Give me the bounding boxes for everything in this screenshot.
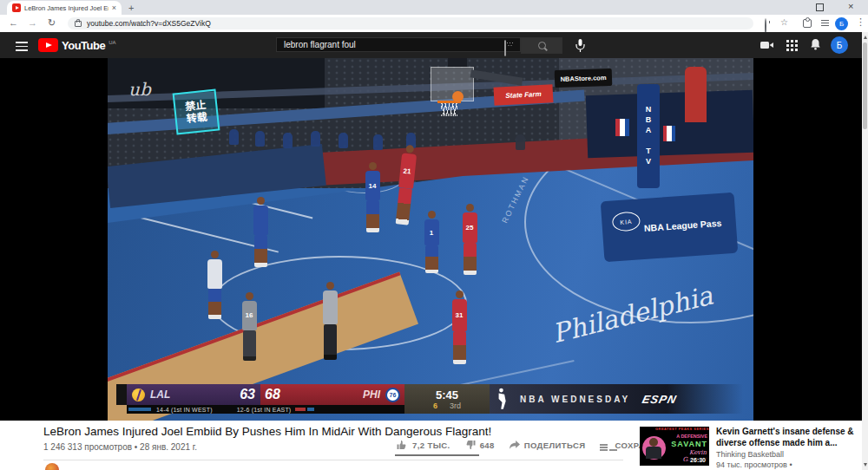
extensions-icon[interactable] xyxy=(803,19,812,28)
score-bug: LAL 63 68 PHI 76 5:45 6 3rd xyxy=(116,384,743,414)
reload-icon[interactable]: ↻ xyxy=(48,17,56,29)
share-arrow-icon xyxy=(509,441,520,450)
spectator xyxy=(516,134,525,150)
bug-network-section: NBA WEDNESDAY ESPN xyxy=(490,384,743,414)
video-meta: 1 246 313 просмотров • 28 янв. 2021 г. xyxy=(43,442,197,452)
youtube-logo-icon xyxy=(38,38,58,52)
state-farm-banner: State Farm xyxy=(493,84,553,106)
browser-tab-strip: LeBron James Injured Joel Embii × + × xyxy=(0,0,868,15)
new-tab-button[interactable]: + xyxy=(128,3,134,13)
recommendation-thumbnail[interactable]: GREATEST PEAKS SERIES A DEFENSIVE SAVANT… xyxy=(640,427,709,466)
hamburger-menu-icon[interactable] xyxy=(16,42,28,51)
youtube-logo[interactable]: YouTube UA xyxy=(38,38,116,52)
bug-home-section: 68 PHI 76 xyxy=(260,384,404,405)
bug-away-section: LAL 63 xyxy=(127,384,260,405)
tab-close-icon[interactable]: × xyxy=(112,4,116,12)
tab-title: LeBron James Injured Joel Embii xyxy=(24,4,108,12)
browser-toolbar: ← → ↻ youtube.com/watch?v=dXS5GeZVikQ ☆ … xyxy=(0,15,868,33)
sentiment-bar xyxy=(395,454,479,456)
url-text: youtube.com/watch?v=dXS5GeZVikQ xyxy=(87,19,211,28)
league-pass-text: NBA League Pass xyxy=(644,218,722,233)
save-playlist-icon xyxy=(600,444,608,446)
recommendation-channel[interactable]: Thinking Basketball xyxy=(716,450,862,460)
espn-logo: ESPN xyxy=(641,393,678,406)
player-white xyxy=(203,251,226,323)
notifications-bell-icon[interactable] xyxy=(810,39,821,50)
create-video-icon[interactable] xyxy=(760,41,773,49)
spectator xyxy=(255,131,265,147)
home-record-bar xyxy=(295,408,306,411)
thumbs-down-icon xyxy=(464,440,476,450)
net xyxy=(441,103,457,116)
screen: LeBron James Injured Joel Embii × + × ← … xyxy=(0,0,868,470)
spectator xyxy=(311,131,320,147)
nba-tv-text: NBA TV xyxy=(644,105,653,167)
staff-16: 16 xyxy=(238,292,260,365)
reading-list-icon[interactable] xyxy=(821,20,829,21)
mic-icon[interactable] xyxy=(575,39,586,52)
spectator xyxy=(373,134,383,150)
chinese-watermark: 禁止 转载 xyxy=(173,89,220,135)
channel-avatar[interactable] xyxy=(45,463,59,470)
nba-logo-panel xyxy=(663,126,675,141)
player-sixers-25: 25 xyxy=(458,204,481,280)
player-lakers-14: 14 xyxy=(361,162,384,237)
scrollbar-up-icon[interactable] xyxy=(864,36,867,39)
spectator xyxy=(283,133,293,148)
league-pass-pad: KIA NBA League Pass xyxy=(601,193,739,263)
address-bar[interactable]: youtube.com/watch?v=dXS5GeZVikQ xyxy=(68,17,753,29)
away-record: 14-4 (1st IN WEST) xyxy=(156,407,213,413)
browser-profile-avatar[interactable]: Б xyxy=(835,17,848,30)
period: 3rd xyxy=(450,401,461,410)
window-maximize-button[interactable] xyxy=(816,3,824,11)
nba-tv-sign: NBA TV xyxy=(637,84,660,188)
forward-icon[interactable]: → xyxy=(28,17,37,28)
bookmark-star-icon[interactable]: ☆ xyxy=(780,17,788,27)
spectator xyxy=(229,129,239,145)
bug-edge xyxy=(116,384,127,405)
back-icon[interactable]: ← xyxy=(9,17,18,28)
player-lakers-1: 1 xyxy=(420,211,443,277)
search-input[interactable] xyxy=(276,37,521,52)
page-scrollbar[interactable] xyxy=(862,32,868,470)
recommended-video[interactable]: GREATEST PEAKS SERIES A DEFENSIVE SAVANT… xyxy=(640,427,862,467)
recommendation-title[interactable]: Kevin Garnett's insane defense & diverse… xyxy=(716,427,862,448)
youtube-masthead: YouTube UA Б xyxy=(0,32,862,58)
home-record: 12-6 (1st IN EAST) xyxy=(237,407,292,413)
red-pillar xyxy=(685,67,707,122)
thumb-player-head xyxy=(649,438,658,447)
lock-icon xyxy=(75,21,82,27)
window-close-button[interactable]: × xyxy=(848,2,853,10)
club-signage: ub xyxy=(128,79,151,100)
video-player[interactable]: ub ROTHMAN P xyxy=(0,58,862,421)
content-divider xyxy=(43,460,623,460)
browser-menu-icon[interactable]: ⋮ xyxy=(856,16,865,28)
show-title: NBA WEDNESDAY xyxy=(520,395,630,404)
home-team: PHI xyxy=(363,388,380,401)
share-button[interactable]: ПОДЕЛИТЬСЯ xyxy=(509,441,586,450)
player-sixers-31: 31 xyxy=(448,290,470,370)
browser-tab[interactable]: LeBron James Injured Joel Embii × xyxy=(7,1,122,15)
recommendation-views: 94 тыс. просмотров • xyxy=(716,460,862,470)
dislike-button[interactable]: 648 xyxy=(464,440,495,450)
apps-grid-icon[interactable] xyxy=(786,40,789,42)
scrollbar-thumb[interactable] xyxy=(863,42,867,129)
away-record-bar xyxy=(128,408,151,411)
referee xyxy=(319,282,341,367)
search-button[interactable] xyxy=(521,37,562,54)
nba-logoman-icon xyxy=(496,388,508,410)
away-score: 63 xyxy=(240,387,255,402)
bonus-count: 6 xyxy=(433,401,437,410)
scrollbar-down-icon[interactable] xyxy=(864,463,867,467)
keyboard-icon[interactable] xyxy=(504,40,506,56)
records-strip: 14-4 (1st IN WEST) 12-6 (1st IN EAST) xyxy=(127,405,404,414)
youtube-profile-avatar[interactable]: Б xyxy=(831,36,848,54)
player-lakers xyxy=(249,197,272,271)
bug-clock-section: 5:45 6 3rd xyxy=(404,384,490,414)
thumb-player-body xyxy=(646,447,661,459)
basketball xyxy=(452,91,464,102)
youtube-favicon xyxy=(12,3,21,12)
like-button[interactable]: 7,2 ТЫС. xyxy=(397,440,450,450)
thumb-title-line1: A DEFENSIVE xyxy=(670,434,707,438)
kia-logo: KIA xyxy=(612,211,641,232)
